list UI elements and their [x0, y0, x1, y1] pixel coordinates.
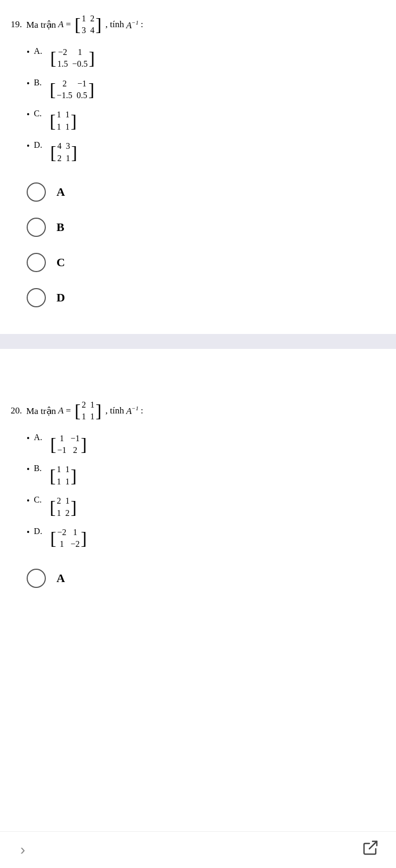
label-19-A: A.: [34, 46, 43, 56]
bullet-20-A: •: [27, 434, 30, 443]
c-r2c2: 0.5: [77, 90, 87, 101]
bracket-right: ]: [71, 498, 77, 516]
matrix-cells-20-A: 1 −1 −1 2: [58, 433, 80, 457]
question-19-task: , tính: [106, 19, 124, 30]
question-19-section: 19. Ma trận A = [ 1 2 3 4 ] , tính A−1 :…: [0, 0, 396, 329]
question-19-variable: A: [58, 19, 63, 30]
bracket-right: ]: [81, 435, 87, 453]
matrix-20-C: [ 2 1 1 2 ]: [50, 495, 77, 519]
question-19-options: • A. [ −2 1 1.5 −0.5 ] • B. [ 2 −1: [11, 46, 385, 164]
matrix-cells-19-B: 2 −1 −1.5 0.5: [57, 78, 87, 102]
c-r2c1: 1: [58, 538, 67, 550]
radio-label-20-A: A: [56, 571, 65, 585]
matrix-19-B: [ 2 −1 −1.5 0.5 ]: [50, 78, 94, 102]
spacer: [0, 354, 396, 386]
c-r1c2: 1: [66, 109, 70, 121]
bracket-right: ]: [71, 467, 77, 485]
radio-19-C[interactable]: [27, 253, 46, 272]
bracket-right: ]: [95, 402, 101, 420]
question-19-text: Ma trận: [26, 19, 56, 30]
radio-label-19-D: D: [56, 291, 65, 305]
radio-20-A[interactable]: [27, 569, 46, 588]
next-chevron-button[interactable]: ›: [16, 839, 29, 861]
label-20-B: B.: [34, 464, 42, 473]
radio-19-D[interactable]: [27, 288, 46, 307]
label-19-C: C.: [34, 109, 42, 118]
matrix-19-A: [ −2 1 1.5 −0.5 ]: [50, 46, 95, 70]
bracket-right: ]: [88, 81, 94, 99]
question-19-colon: :: [141, 19, 143, 30]
bottom-nav: ›: [0, 831, 396, 868]
question-19-title: 19. Ma trận A = [ 1 2 3 4 ] , tính A−1 :: [11, 13, 385, 37]
radio-label-19-C: C: [56, 256, 65, 269]
c-r1c1: 1: [57, 464, 61, 475]
question-20-options: • A. [ 1 −1 −1 2 ] • B. [ 1 1: [11, 433, 385, 551]
option-19-A: • A. [ −2 1 1.5 −0.5 ]: [27, 46, 385, 70]
bracket-left: [: [75, 15, 80, 34]
radio-19-B[interactable]: [27, 218, 46, 237]
label-19-B: B.: [34, 78, 42, 87]
c-r2c2: 1: [66, 153, 70, 164]
bracket-left: [: [50, 498, 55, 516]
radio-row-19-B[interactable]: B: [27, 218, 369, 237]
bottom-spacer: [0, 609, 396, 652]
c-r1c1: 2: [57, 78, 72, 90]
question-20-text: Ma trận: [26, 405, 56, 417]
radio-row-19-C[interactable]: C: [27, 253, 369, 272]
question-20-variable: A: [58, 405, 63, 416]
c-r2c1: −1.5: [57, 90, 72, 101]
c-r1c2: −1: [77, 78, 87, 90]
bracket-left: [: [50, 81, 55, 99]
question-19-number: 19.: [11, 19, 22, 30]
matrix-20-A: [ 1 −1 −1 2 ]: [50, 433, 87, 457]
c-r1c1: 4: [58, 140, 62, 152]
radio-19-A[interactable]: [27, 182, 46, 202]
matrix-cells-19-A: −2 1 1.5 −0.5: [58, 46, 88, 70]
matrix-cells: 1 2 3 4: [82, 13, 94, 37]
radio-row-19-A[interactable]: A: [27, 182, 369, 202]
bullet-19-A: •: [27, 47, 30, 57]
matrix-19-D: [ 4 3 2 1 ]: [50, 140, 77, 164]
option-19-B: • B. [ 2 −1 −1.5 0.5 ]: [27, 78, 385, 102]
question-20-title: 20. Ma trận A = [ 2 1 1 1 ] , tính A−1 :: [11, 399, 385, 423]
radio-choices-20: A: [11, 558, 385, 599]
cell-r2c2: 1: [90, 411, 94, 423]
c-r2c2: 1: [66, 476, 70, 488]
c-r2c1: 2: [58, 153, 62, 164]
matrix-cells-20-C: 2 1 1 2: [57, 495, 70, 519]
question-20-matrix-A: [ 2 1 1 1 ]: [75, 399, 102, 423]
radio-row-20-A[interactable]: A: [27, 569, 369, 588]
cell-r1c1: 1: [82, 13, 86, 25]
bullet-20-B: •: [27, 465, 30, 474]
question-19-equals: =: [66, 19, 71, 30]
cell-r2c1: 1: [82, 411, 86, 423]
c-r2c1: −1: [58, 444, 67, 456]
share-button[interactable]: [361, 838, 380, 862]
cell-r1c1: 2: [82, 399, 86, 411]
bracket-left: [: [75, 402, 80, 420]
label-20-A: A.: [34, 433, 43, 442]
c-r1c1: 1: [57, 109, 61, 121]
bullet-20-D: •: [27, 528, 30, 537]
c-r2c2: −0.5: [72, 58, 88, 70]
question-20-equals: =: [66, 405, 71, 416]
c-r2c1: 1.5: [58, 58, 68, 70]
svg-line-0: [369, 841, 377, 849]
cell-r2c2: 4: [90, 25, 94, 36]
c-r1c2: −1: [71, 433, 80, 444]
label-20-C: C.: [34, 495, 42, 505]
matrix-cells-20-D: −2 1 1 −2: [58, 527, 80, 551]
c-r1c2: 1: [66, 495, 70, 507]
radio-row-19-D[interactable]: D: [27, 288, 369, 307]
option-20-A: • A. [ 1 −1 −1 2 ]: [27, 433, 385, 457]
c-r1c2: 3: [66, 140, 70, 152]
label-19-D: D.: [34, 140, 43, 150]
c-r1c1: −2: [58, 46, 68, 58]
matrix-cells-20: 2 1 1 1: [82, 399, 94, 423]
bullet-19-D: •: [27, 141, 30, 151]
bullet-19-C: •: [27, 110, 30, 120]
question-20-task: , tính: [106, 405, 124, 416]
matrix-cells-19-D: 4 3 2 1: [58, 140, 70, 164]
matrix-20-B: [ 1 1 1 1 ]: [50, 464, 77, 488]
bracket-left: [: [50, 49, 56, 67]
